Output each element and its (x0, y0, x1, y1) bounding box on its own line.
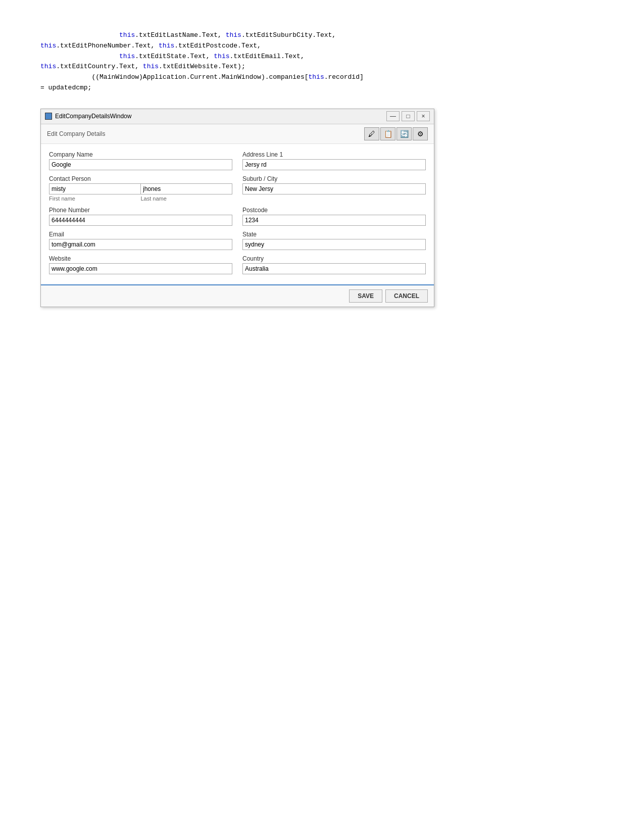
window-body: Edit Company Details 🖊 📋 🔄 ⚙ Company Nam… (41, 124, 434, 307)
website-label: Website (49, 255, 232, 262)
email-col: Email (49, 231, 232, 250)
window-app-icon (45, 113, 52, 120)
email-input[interactable] (49, 239, 232, 250)
code-this-4: this (159, 42, 174, 50)
country-label: Country (242, 255, 426, 262)
cancel-button[interactable]: CANCEL (385, 289, 428, 303)
last-name-sublabel: Last name (141, 195, 233, 202)
website-col: Website (49, 255, 232, 274)
edit-company-window: EditCompanyDetailsWindow — □ × Edit Comp… (40, 109, 434, 307)
phone-label: Phone Number (49, 207, 232, 214)
code-this-7: this (40, 63, 56, 70)
form-row-3: Phone Number Postcode (49, 207, 426, 226)
company-name-col: Company Name (49, 151, 232, 170)
contact-person-col: Contact Person First name Last name (49, 175, 232, 202)
form-area: Company Name Address Line 1 Contact Pers… (41, 144, 434, 284)
state-input[interactable] (242, 239, 426, 250)
code-line5-pre: ((MainWindow)Application.Current.MainWin… (88, 73, 309, 81)
code-line4-mid2: .txtEditWebsite.Text); (159, 63, 245, 70)
website-input[interactable] (49, 263, 232, 274)
suburb-city-input[interactable] (242, 183, 426, 194)
maximize-button[interactable]: □ (402, 111, 415, 121)
toolbar-btn-1[interactable]: 🖊 (364, 127, 379, 140)
window-title: EditCompanyDetailsWindow (55, 113, 131, 120)
address-line1-col: Address Line 1 (242, 151, 426, 170)
close-button[interactable]: × (417, 111, 430, 121)
postcode-label: Postcode (242, 207, 426, 214)
email-label: Email (49, 231, 232, 238)
form-row-2: Contact Person First name Last name Subu… (49, 175, 426, 202)
contact-person-label: Contact Person (49, 175, 232, 182)
code-indent2 (40, 53, 119, 60)
first-name-sublabel: First name (49, 195, 141, 202)
phone-col: Phone Number (49, 207, 232, 226)
state-col: State (242, 231, 426, 250)
code-indent3 (40, 73, 88, 81)
form-row-5: Website Country (49, 255, 426, 274)
postcode-input[interactable] (242, 215, 426, 226)
code-line1-mid1: .txtEditLastName.Text, (135, 31, 225, 39)
toolbar-btn-4[interactable]: ⚙ (413, 127, 428, 140)
code-line3-mid1: .txtEditState.Text, (135, 53, 214, 60)
toolbar-btn-3[interactable]: 🔄 (397, 127, 412, 140)
code-this-6: this (214, 53, 229, 60)
toolbar-btn-2[interactable]: 📋 (380, 127, 395, 140)
window-controls: — □ × (386, 111, 430, 121)
code-line2-mid1: .txtEditPhoneNumber.Text, (56, 42, 159, 50)
state-label: State (242, 231, 426, 238)
window-titlebar: EditCompanyDetailsWindow — □ × (41, 109, 434, 124)
code-this-2: this (226, 31, 241, 39)
contact-sublabels: First name Last name (49, 195, 232, 202)
minimize-button[interactable]: — (386, 111, 400, 121)
titlebar-left: EditCompanyDetailsWindow (45, 113, 131, 120)
save-button[interactable]: SAVE (349, 289, 382, 303)
address-line1-input[interactable] (242, 159, 426, 170)
contact-last-name-input[interactable] (140, 183, 232, 194)
country-input[interactable] (242, 263, 426, 274)
window-subtitle-bar: Edit Company Details 🖊 📋 🔄 ⚙ (41, 124, 434, 144)
form-row-1: Company Name Address Line 1 (49, 151, 426, 170)
code-this-8: this (143, 63, 159, 70)
phone-input[interactable] (49, 215, 232, 226)
postcode-col: Postcode (242, 207, 426, 226)
company-name-input[interactable] (49, 159, 232, 170)
country-col: Country (242, 255, 426, 274)
contact-person-inputs (49, 183, 232, 194)
code-line5-mid: .recordid] (324, 73, 364, 81)
code-this-9: this (309, 73, 324, 81)
window-subtitle-text: Edit Company Details (47, 130, 105, 137)
suburb-city-label: Suburb / City (242, 175, 426, 182)
window-bottom-bar: SAVE CANCEL (41, 284, 434, 307)
address-line1-label: Address Line 1 (242, 151, 426, 158)
contact-first-name-input[interactable] (49, 183, 140, 194)
form-row-4: Email State (49, 231, 426, 250)
code-this-1: this (119, 31, 135, 39)
suburb-city-col: Suburb / City (242, 175, 426, 202)
code-this-5: this (119, 53, 135, 60)
company-name-label: Company Name (49, 151, 232, 158)
code-area: this.txtEditLastName.Text, this.txtEditS… (40, 30, 604, 93)
code-line3-mid2: .txtEditEmail.Text, (230, 53, 305, 60)
code-line2-mid2: .txtEditPostcode.Text, (174, 42, 261, 50)
code-this-3: this (40, 42, 56, 50)
toolbar-icons: 🖊 📋 🔄 ⚙ (364, 127, 428, 140)
code-line1-mid2: .txtEditSuburbCity.Text, (241, 31, 336, 39)
code-indent1 (40, 31, 119, 39)
code-line6: = updatedcmp; (40, 84, 91, 91)
code-line4-mid1: .txtEditCountry.Text, (56, 63, 143, 70)
